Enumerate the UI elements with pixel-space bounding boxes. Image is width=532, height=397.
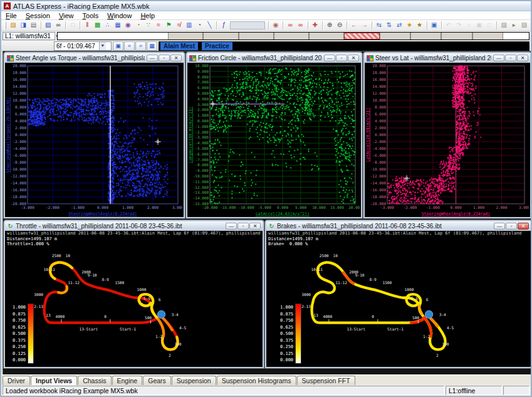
timeline-segment-lap[interactable] bbox=[380, 33, 410, 40]
restore-button[interactable]: ▫ bbox=[505, 55, 516, 61]
print-icon[interactable]: ▤ bbox=[28, 21, 38, 30]
export-data-icon[interactable]: ▧ bbox=[43, 21, 53, 30]
timeline-segment-lap[interactable] bbox=[441, 33, 472, 40]
timeline-segment-lap[interactable] bbox=[274, 33, 309, 40]
zoom-out-icon[interactable]: ⊖ bbox=[335, 21, 345, 30]
tab-engine[interactable]: Engine bbox=[112, 376, 143, 385]
zoom-fit-icon[interactable]: ⇄ bbox=[394, 21, 404, 30]
driver-badge[interactable]: Alain Mest bbox=[160, 42, 198, 50]
timeline-segment-empty[interactable] bbox=[503, 33, 529, 40]
lap-grid-button[interactable]: ▦ bbox=[147, 41, 157, 51]
steer-torque-chart[interactable]: -3.000-2.000-1.0000.0001.0002.0003.000-2… bbox=[5, 63, 182, 217]
function-editor-icon[interactable]: ƒ bbox=[219, 21, 229, 30]
waveform-view-icon[interactable]: ≈ bbox=[154, 21, 164, 30]
window-steer-torque-titlebar[interactable]: Steer Angle vs Torque - williamsfw31_phi… bbox=[5, 53, 184, 63]
add-marker-icon[interactable]: ★ bbox=[404, 21, 414, 30]
steer-lat-chart[interactable]: -3.000-2.000-1.0000.0001.0002.0003.000-2… bbox=[365, 63, 529, 217]
window-throttle-titlebar[interactable]: ↻ Throttle - williamsfw31_phillipisland … bbox=[5, 221, 263, 231]
menu-window[interactable]: Window bbox=[103, 12, 136, 19]
link-cursors-icon[interactable]: ∞ bbox=[295, 21, 305, 30]
pan-right-icon[interactable]: → bbox=[359, 21, 369, 30]
minimize-button[interactable]: — bbox=[493, 55, 504, 61]
open-workbook-icon[interactable]: ▨ bbox=[8, 21, 18, 30]
flag-view-icon[interactable]: ⚑ bbox=[164, 21, 174, 30]
lap-chart-button[interactable]: ▣ bbox=[113, 41, 123, 51]
window-friction-titlebar[interactable]: Friction Circle - williamsfw31_phillipis… bbox=[187, 53, 361, 63]
next-icon[interactable]: ▸ bbox=[509, 21, 519, 30]
timeline-segment-lap[interactable] bbox=[203, 33, 238, 40]
minimize-button[interactable]: — bbox=[324, 55, 335, 61]
map-view-icon[interactable]: ◔ bbox=[133, 21, 143, 30]
toolbar-grip[interactable] bbox=[4, 22, 6, 29]
tab-suspension[interactable]: Suspension bbox=[172, 376, 216, 385]
colors-view-icon[interactable]: ▩ bbox=[92, 21, 102, 30]
delete-marker-icon[interactable]: ★ bbox=[414, 21, 424, 30]
timeline-segment-highlight[interactable] bbox=[344, 33, 379, 40]
new-window-icon[interactable]: ▣ bbox=[429, 21, 439, 30]
svg-text:-4.000: -4.000 bbox=[195, 140, 209, 145]
load-folder-icon[interactable]: ▨ bbox=[499, 21, 509, 30]
menu-help[interactable]: Help bbox=[136, 12, 159, 19]
window-brakes-titlebar[interactable]: ↻ Brakes - williamsfw31_phillipisland 20… bbox=[266, 221, 531, 231]
restore-button[interactable]: ▫ bbox=[159, 55, 170, 61]
chevron-down-icon[interactable]: ▼ bbox=[99, 42, 106, 50]
menu-session[interactable]: Session bbox=[21, 12, 55, 19]
annotate-icon[interactable]: ╲ bbox=[204, 21, 214, 30]
timeline-segment-lap[interactable] bbox=[239, 33, 274, 40]
wheel-view-icon[interactable]: ◉ bbox=[123, 21, 133, 30]
no-waveform-icon[interactable]: ≉ bbox=[174, 21, 184, 30]
tab-driver[interactable]: Driver bbox=[3, 376, 30, 385]
minimize-button[interactable]: — bbox=[494, 223, 505, 230]
audio-icon[interactable]: ◉ bbox=[271, 21, 281, 30]
scatter-view-icon[interactable]: ∴ bbox=[103, 21, 113, 30]
import-session-icon[interactable]: ◨ bbox=[18, 21, 28, 30]
tab-suspension-fft[interactable]: Suspension FFT bbox=[297, 376, 355, 385]
link-views-icon[interactable]: ∞ bbox=[285, 21, 295, 30]
timeline-segment-lap[interactable] bbox=[309, 33, 344, 40]
minimize-button[interactable]: — bbox=[147, 55, 158, 61]
timeline-segment-lap[interactable] bbox=[168, 33, 203, 40]
tab-gears[interactable]: Gears bbox=[143, 376, 171, 385]
close-button[interactable]: ✕ bbox=[517, 55, 528, 61]
cursor-marker-icon[interactable]: ✚ bbox=[310, 21, 320, 30]
menu-view[interactable]: View bbox=[55, 12, 78, 19]
timeline-segment-lap[interactable] bbox=[410, 33, 441, 40]
window-steer-lat-titlebar[interactable]: Steer vs Lat - williamsfw31_phillipislan… bbox=[365, 53, 530, 63]
friction-circle-chart[interactable]: -20.000-15.000-10.000-5.0000.0005.00010.… bbox=[187, 63, 360, 217]
lap-selector[interactable]: 6f - 01:09.467 ▼ bbox=[54, 41, 112, 51]
close-button[interactable]: ✕ bbox=[518, 223, 529, 230]
tab-input-views[interactable]: Input Views bbox=[31, 376, 77, 385]
zoom-x-icon[interactable]: ⇆ bbox=[374, 21, 384, 30]
zoom-in-icon[interactable]: ⊕ bbox=[325, 21, 335, 30]
histogram-view-icon[interactable]: ‖ bbox=[82, 21, 92, 30]
close-button[interactable]: ✕ bbox=[170, 55, 182, 61]
session-timeline[interactable] bbox=[57, 32, 529, 40]
restore-button[interactable]: ▫ bbox=[336, 55, 347, 61]
menu-tools[interactable]: Tools bbox=[78, 12, 103, 19]
menu-file[interactable]: File bbox=[1, 12, 21, 19]
restore-button[interactable]: ▫ bbox=[237, 223, 249, 230]
save-folder-icon[interactable]: ▨ bbox=[519, 21, 529, 30]
xy-view-icon[interactable]: ∵ bbox=[143, 21, 154, 30]
window-throttle-title: Throttle - williamsfw31_phillipisland 20… bbox=[16, 223, 224, 230]
gauge-view-icon[interactable]: ◔ bbox=[194, 21, 204, 30]
throttle-track-map[interactable]: 13400013-Start0Start-15001-210023-44-510… bbox=[8, 247, 257, 366]
restore-button[interactable]: ▫ bbox=[506, 223, 517, 230]
prev-lap-button[interactable]: « bbox=[124, 41, 135, 51]
session-type-badge[interactable]: Practice bbox=[202, 42, 232, 50]
table-view-icon[interactable]: ▥ bbox=[184, 21, 194, 30]
timeline-segment-empty[interactable] bbox=[58, 33, 168, 40]
pan-left-icon[interactable]: ← bbox=[349, 21, 359, 30]
chart-view-icon[interactable]: ▦ bbox=[113, 21, 123, 30]
close-button[interactable]: ✕ bbox=[249, 223, 261, 230]
timeline-segment-lap[interactable] bbox=[472, 33, 503, 40]
brakes-track-map[interactable]: 13400013-Start0Start-15001-210023-44-510… bbox=[275, 247, 524, 366]
zoom-y-icon[interactable]: ⇅ bbox=[384, 21, 394, 30]
minimize-button[interactable]: — bbox=[226, 223, 237, 230]
session-selector[interactable]: L1: williamsfw31 ▼ bbox=[3, 32, 55, 40]
find-icon[interactable]: ∞ bbox=[53, 21, 63, 30]
tab-suspension-histograms[interactable]: Suspension Histograms bbox=[217, 376, 296, 385]
tab-chassis[interactable]: Chassis bbox=[78, 376, 111, 385]
close-button[interactable]: ✕ bbox=[348, 55, 359, 61]
next-lap-button[interactable]: » bbox=[135, 41, 146, 51]
